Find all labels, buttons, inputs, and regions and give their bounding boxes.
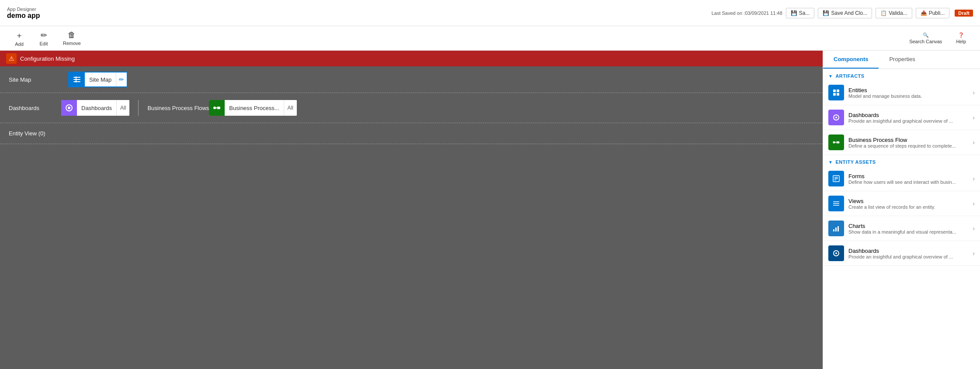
- entities-title: Entities: [848, 87, 968, 93]
- help-icon: ❓: [958, 32, 964, 38]
- draft-badge: Draft: [955, 10, 973, 17]
- toolbar-edit[interactable]: ✏ Edit: [31, 28, 56, 49]
- svg-rect-0: [73, 77, 80, 78]
- dashboards-entity-desc: Provide an insightful and graphical over…: [848, 254, 968, 259]
- app-designer-label: App Designer: [7, 7, 40, 12]
- publish-icon: 📤: [921, 10, 927, 16]
- svg-point-5: [68, 107, 70, 109]
- dashboards-entity-title: Dashboards: [848, 248, 968, 254]
- dashboards-tile[interactable]: Dashboards All: [61, 100, 129, 116]
- svg-rect-3: [76, 76, 76, 83]
- config-missing-banner: ⚠ Configuration Missing: [0, 51, 823, 66]
- add-icon: ＋: [15, 30, 23, 41]
- artifacts-label: ARTIFACTS: [835, 73, 864, 79]
- save-info: Last Saved on :03/09/2021 11:48: [712, 10, 782, 16]
- site-map-tile-icon: [69, 72, 85, 87]
- forms-icon: [828, 171, 844, 186]
- site-map-edit-icon[interactable]: ✏: [116, 72, 127, 87]
- artifacts-section-header: ▼ ARTIFACTS: [823, 69, 980, 80]
- svg-rect-25: [833, 229, 834, 231]
- bpf-tile-icon: [209, 100, 225, 116]
- charts-arrow-icon: ›: [973, 225, 975, 232]
- svg-rect-12: [837, 93, 839, 96]
- header-right: Last Saved on :03/09/2021 11:48 💾 Sa... …: [712, 8, 973, 18]
- tab-properties[interactable]: Properties: [879, 51, 925, 69]
- forms-title: Forms: [848, 173, 968, 179]
- artifacts-collapse-arrow[interactable]: ▼: [828, 74, 833, 79]
- entity-view-row: Entity View (0): [0, 123, 823, 144]
- bpf-artifacts-icon: [828, 134, 844, 150]
- publish-button[interactable]: 📤 Publi...: [916, 8, 950, 18]
- dashboards-artifacts-text: Dashboards Provide an insightful and gra…: [848, 112, 968, 124]
- panel-item-forms[interactable]: Forms Define how users will see and inte…: [823, 166, 980, 191]
- entity-assets-section-header: ▼ ENTITY ASSETS: [823, 155, 980, 166]
- svg-point-29: [835, 252, 837, 254]
- panel-item-charts[interactable]: Charts Show data in a meaningful and vis…: [823, 216, 980, 241]
- svg-rect-10: [837, 90, 839, 92]
- save-icon: 💾: [791, 10, 797, 16]
- save-close-icon: 💾: [823, 10, 829, 16]
- bpf-tile[interactable]: Business Process... All: [209, 100, 297, 116]
- toolbar-help[interactable]: ❓ Help: [949, 30, 973, 47]
- validate-icon: 📋: [880, 10, 887, 16]
- help-label: Help: [956, 39, 966, 44]
- panel-item-views[interactable]: Views Create a list view of records for …: [823, 191, 980, 216]
- forms-text: Forms Define how users will see and inte…: [848, 173, 968, 185]
- search-label: Search Canvas: [909, 39, 942, 44]
- bpf-artifacts-desc: Define a sequence of steps required to c…: [848, 143, 968, 148]
- charts-icon: [828, 221, 844, 236]
- save-button[interactable]: 💾 Sa...: [786, 8, 815, 18]
- save-label: Sa...: [799, 10, 810, 16]
- canvas: ⚠ Configuration Missing Site Map Si: [0, 51, 823, 369]
- entities-icon: [828, 85, 844, 100]
- right-panel: Components Properties ▼ ARTIFACTS Entiti…: [823, 51, 980, 369]
- remove-label: Remove: [63, 41, 81, 46]
- toolbar-remove[interactable]: 🗑 Remove: [56, 28, 88, 48]
- warning-icon: ⚠: [6, 53, 17, 64]
- svg-rect-9: [833, 90, 836, 92]
- panel-item-dashboards-entity[interactable]: Dashboards Provide an insightful and gra…: [823, 241, 980, 266]
- header-left: App Designer demo app: [7, 7, 40, 20]
- dashboards-bpf-row: Dashboards Dashboards All Business Proce…: [0, 93, 823, 123]
- config-missing-label: Configuration Missing: [20, 55, 75, 62]
- svg-point-14: [835, 117, 837, 118]
- add-label: Add: [15, 41, 24, 47]
- save-and-close-button[interactable]: 💾 Save And Clo...: [818, 8, 872, 18]
- bpf-label: Business Process Flows: [147, 105, 209, 111]
- tab-components[interactable]: Components: [823, 51, 879, 69]
- toolbar: ＋ Add ✏ Edit 🗑 Remove 🔍 Search Canvas ❓ …: [0, 26, 980, 51]
- svg-point-6: [213, 107, 216, 109]
- bpf-artifacts-title: Business Process Flow: [848, 137, 968, 143]
- panel-item-entities[interactable]: Entities Model and manage business data.…: [823, 80, 980, 105]
- svg-rect-11: [833, 93, 836, 96]
- charts-title: Charts: [848, 223, 968, 229]
- bpf-artifacts-text: Business Process Flow Define a sequence …: [848, 137, 968, 148]
- svg-rect-1: [73, 79, 80, 80]
- svg-rect-2: [73, 81, 80, 82]
- dashboards-entity-text: Dashboards Provide an insightful and gra…: [848, 248, 968, 259]
- canvas-separator: [138, 100, 139, 116]
- entity-assets-collapse-arrow[interactable]: ▼: [828, 160, 833, 165]
- entities-arrow-icon: ›: [973, 89, 975, 96]
- views-icon: [828, 196, 844, 211]
- forms-arrow-icon: ›: [973, 175, 975, 182]
- panel-item-bpf-artifacts[interactable]: Business Process Flow Define a sequence …: [823, 130, 980, 155]
- dashboards-entity-icon: [828, 245, 844, 261]
- entity-assets-label: ENTITY ASSETS: [835, 159, 876, 165]
- toolbar-add[interactable]: ＋ Add: [7, 28, 31, 49]
- dashboards-artifacts-desc: Provide an insightful and graphical over…: [848, 118, 968, 124]
- panel-item-dashboards-artifacts[interactable]: Dashboards Provide an insightful and gra…: [823, 105, 980, 130]
- bpf-badge: All: [284, 100, 297, 116]
- header-bar: App Designer demo app Last Saved on :03/…: [0, 0, 980, 26]
- dashboards-tile-label: Dashboards: [77, 105, 116, 111]
- svg-rect-26: [835, 228, 837, 231]
- site-map-tile[interactable]: Site Map ✏: [68, 72, 128, 87]
- remove-icon: 🗑: [68, 31, 76, 40]
- toolbar-search[interactable]: 🔍 Search Canvas: [902, 30, 949, 47]
- app-name: demo app: [7, 12, 40, 20]
- validate-button[interactable]: 📋 Valida...: [876, 8, 912, 18]
- publish-label: Publi...: [929, 10, 945, 16]
- validate-label: Valida...: [889, 10, 907, 16]
- search-icon: 🔍: [923, 32, 929, 38]
- entities-desc: Model and manage business data.: [848, 93, 968, 99]
